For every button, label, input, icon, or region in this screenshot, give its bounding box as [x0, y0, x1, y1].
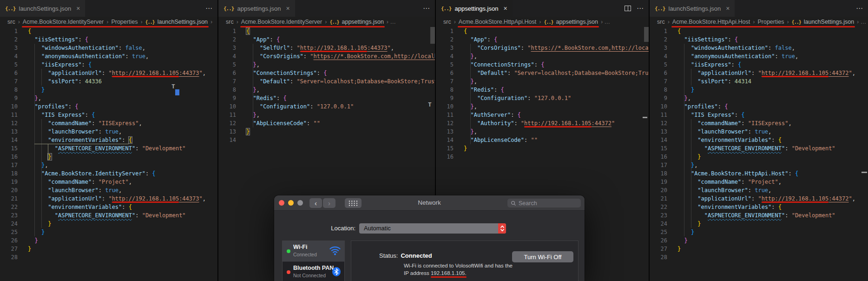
search-input[interactable]: Search — [507, 199, 581, 207]
code-line: "Default": "Server=localhost;Database=Bo… — [464, 69, 649, 77]
service-row-bluetooth[interactable]: Bluetooth PAN Not Connected — [283, 262, 344, 281]
code-line: } — [28, 245, 206, 253]
breadcrumb-item[interactable]: src — [226, 19, 234, 25]
dialog-titlebar[interactable]: ‹ › Network Search — [274, 195, 585, 211]
more-actions-icon[interactable]: ⋯ — [205, 4, 213, 13]
breadcrumb-separator: › … — [387, 19, 396, 25]
split-editor-icon[interactable] — [625, 6, 631, 11]
breadcrumb: src›Acme.BookStore.IdentityServer›Proper… — [0, 17, 217, 27]
breadcrumb-item[interactable]: src — [657, 19, 665, 25]
more-actions-icon[interactable]: ⋯ — [637, 4, 644, 13]
json-file-icon: {..} — [544, 20, 553, 25]
bluetooth-icon — [331, 267, 342, 279]
show-all-grid-icon[interactable] — [345, 198, 362, 208]
code-line: "Configuration": "127.0.0.1" — [246, 102, 435, 111]
code-line — [677, 253, 855, 261]
tab-close-icon[interactable]: × — [726, 5, 730, 12]
service-status: Connected — [293, 252, 317, 257]
code-line: "environmentVariables": { — [28, 136, 206, 144]
breadcrumb-separator: › — [106, 19, 108, 25]
turn-wifi-off-button[interactable]: Turn Wi-Fi Off — [512, 251, 573, 262]
scrollbar-thumb[interactable] — [644, 27, 649, 42]
code-line: "Redis": { — [464, 86, 649, 94]
breadcrumb-item[interactable]: src — [443, 19, 451, 25]
location-dropdown[interactable]: Automatic — [359, 223, 506, 234]
code-line: } — [28, 220, 206, 228]
breadcrumb-item[interactable]: src — [7, 19, 15, 25]
breadcrumb-item[interactable]: launchSettings.json — [804, 19, 854, 25]
breadcrumb-item[interactable]: appsettings.json — [342, 19, 384, 25]
breadcrumb-item[interactable]: appsettings.json — [556, 19, 598, 25]
tab-label: appsettings.json — [237, 5, 281, 12]
service-row-wifi[interactable]: Wi-Fi Connected — [283, 241, 344, 261]
breadcrumb-item[interactable]: Acme.BookStore.HttpApi.Host — [459, 19, 536, 25]
breadcrumb-item[interactable]: Acme.BookStore.HttpApi.Host — [672, 19, 750, 25]
tab-appsettings.json[interactable]: {..}appsettings.json× — [218, 0, 295, 17]
breadcrumb-item[interactable]: Acme.BookStore.IdentityServer — [241, 19, 322, 25]
editor-pane-1: {..}launchSettings.json×⋯src›Acme.BookSt… — [0, 0, 217, 281]
code-line: "ASPNETCORE_ENVIRONMENT": "Development" — [28, 211, 206, 220]
traffic-light-minimize-icon[interactable] — [288, 200, 294, 206]
bluetooth-status-dot — [287, 270, 290, 274]
breadcrumb: src›Acme.BookStore.IdentityServer›{..}ap… — [218, 17, 435, 27]
code-editor[interactable]: 1234567891011121314151617181920212223242… — [0, 27, 217, 281]
code-line: { — [677, 27, 855, 35]
more-actions-icon[interactable]: ⋯ — [423, 4, 430, 13]
breadcrumb-separator: › — [210, 19, 212, 25]
breadcrumb-underlined-group: Acme.BookStore.IdentityServer›Properties… — [23, 19, 208, 25]
code-line: "SelfUrl": "http://192.168.1.105:44373", — [246, 44, 435, 52]
code-line: "profiles": { — [677, 102, 855, 111]
scroll-mark — [861, 172, 867, 173]
code-line: "ConnectionStrings": { — [464, 60, 649, 69]
code-line: } — [677, 245, 855, 253]
traffic-light-close-icon[interactable] — [279, 200, 284, 206]
code-line: "launchBrowser": true, — [677, 186, 855, 194]
more-actions-icon[interactable]: ⋯ — [856, 4, 863, 13]
breadcrumb-separator: › — [668, 19, 670, 25]
code-editor[interactable]: 1234567891011121314151617181920212223242… — [650, 27, 868, 281]
code-line: }, — [677, 161, 855, 169]
code-line — [28, 253, 206, 261]
status-row: Status:Connected — [379, 252, 432, 259]
indent-guide — [253, 44, 253, 127]
code-line: }, — [464, 127, 649, 136]
status-value: Connected — [401, 252, 432, 259]
forward-button[interactable]: › — [323, 198, 335, 208]
tab-appsettings.json[interactable]: {..}appsettings.json× — [436, 0, 513, 17]
breadcrumb-item[interactable]: Properties — [757, 19, 784, 25]
indent-guide — [691, 119, 691, 228]
code-line: "iisSettings": { — [28, 35, 206, 44]
code-line: "sslPort": 44336 — [28, 77, 206, 86]
code-line: "environmentVariables": { — [28, 203, 206, 211]
status-panel: Status:Connected Turn Wi-Fi Off Wi-Fi is… — [351, 241, 579, 281]
code-line: "iisExpress": { — [677, 60, 855, 69]
breadcrumb-item[interactable]: Acme.BookStore.IdentityServer — [23, 19, 104, 25]
code-line: "IIS Express": { — [28, 111, 206, 119]
tab-close-icon[interactable]: × — [76, 5, 80, 12]
breadcrumb-item[interactable]: launchSettings.json — [158, 19, 208, 25]
tab-close-icon[interactable]: × — [503, 5, 507, 12]
breadcrumb-separator: › — [140, 19, 142, 25]
tab-close-icon[interactable]: × — [286, 5, 289, 12]
code-line: "ASPNETCORE_ENVIRONMENT": "Development" — [28, 144, 206, 153]
tab-launchSettings.json[interactable]: {..}launchSettings.json× — [0, 0, 85, 17]
breadcrumb: src›Acme.BookStore.HttpApi.Host›Properti… — [650, 17, 868, 27]
network-dialog: ‹ › Network Search Location: Automatic — [274, 195, 585, 281]
code-line: "commandName": "IISExpress", — [28, 119, 206, 127]
traffic-light-zoom-icon[interactable] — [297, 200, 303, 206]
tab-launchSettings.json[interactable]: {..}launchSettings.json× — [650, 0, 735, 17]
json-file-icon: {..} — [441, 6, 452, 12]
tab-bar-actions: ⋯ — [423, 0, 430, 17]
code-line: "windowsAuthentication": false, — [677, 44, 855, 52]
editor-pane-4: {..}launchSettings.json×⋯src›Acme.BookSt… — [650, 0, 868, 281]
scrollbar-thumb[interactable] — [430, 27, 435, 44]
breadcrumb-underlined-group: Acme.BookStore.IdentityServer›{..}appset… — [241, 19, 384, 25]
code-line: "IIS Express": { — [677, 111, 855, 119]
code-line: "launchBrowser": true, — [677, 127, 855, 136]
breadcrumb-item[interactable]: Properties — [111, 19, 138, 25]
code-line: "anonymousAuthentication": true, — [28, 52, 206, 60]
code-lines: { "iisSettings": { "windowsAuthenticatio… — [21, 27, 206, 281]
code-line: { — [28, 27, 206, 35]
line-numbers: 1234567891011121314151617181920212223242… — [0, 27, 21, 281]
back-button[interactable]: ‹ — [309, 198, 322, 208]
